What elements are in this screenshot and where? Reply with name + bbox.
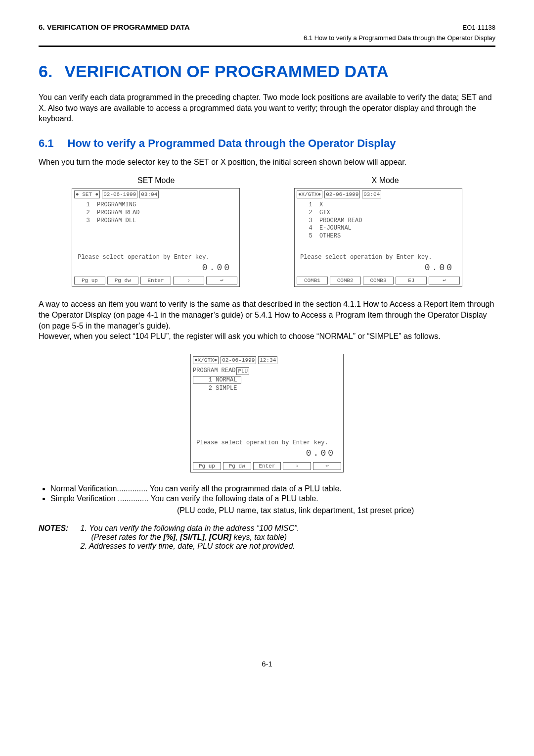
lcd-date: 02-06-1999	[221, 356, 256, 364]
lcd-menu-item-normal: 1 NORMAL	[193, 376, 241, 384]
lcd-panel-x-mode: ●X/GTX● 02-06-1999 03:04 1 X 2 GTX 3 PRO…	[294, 188, 462, 287]
chapter-title-text: VERIFICATION OF PROGRAMMED DATA	[64, 62, 388, 81]
notes-label: NOTES:	[39, 524, 68, 533]
notes-line-2: (Preset rates for the [%], [SI/TL], [CUR…	[80, 533, 299, 542]
lcd-time: 03:04	[362, 190, 381, 198]
bullet-dots: ..............	[118, 494, 148, 503]
section-title-text: How to verify a Programmed Data through …	[68, 137, 396, 149]
lcd-menu: 1 X 2 GTX 3 PROGRAM READ 4 E-JOURNAL 5 O…	[297, 201, 460, 251]
mid-paragraph-1: A way to access an item you want to veri…	[39, 299, 495, 331]
chapter-number: 6.	[39, 62, 52, 81]
lcd-key-return: ↩	[206, 277, 237, 284]
lcd-key-return: ↩	[429, 277, 460, 284]
verification-bullets: Normal Verification.............. You ca…	[39, 484, 495, 503]
lcd-key-comb1: COMB1	[297, 277, 328, 284]
lcd-mode-badge: ●X/GTX●	[297, 190, 322, 198]
bullet-simple-subline: (PLU code, PLU name, tax status, link de…	[39, 506, 495, 515]
mid-paragraph-2: However, when you select “104 PLU”, the …	[39, 331, 495, 342]
notes-line-3: 2. Addresses to verify time, date, PLU s…	[80, 542, 299, 551]
lcd-subtitle-box: PLU	[236, 367, 249, 375]
lcd-key-enter: Enter	[140, 277, 172, 284]
bullet-simple-text: You can verify the following data of a P…	[150, 494, 318, 503]
lcd-key-pgup: Pg up	[193, 462, 221, 470]
bullet-simple: Simple Verification .............. You c…	[50, 494, 495, 503]
lcd-key-enter: Enter	[253, 462, 281, 470]
lcd-message: Please select operation by Enter key.	[297, 254, 460, 261]
lcd-mode-badge: ● SET ●	[74, 190, 100, 198]
lcd-key-comb3: COMB3	[363, 277, 394, 284]
lcd-key-next: ›	[283, 462, 311, 470]
lcd-subtitle: PROGRAM READ	[193, 367, 235, 375]
lcd-date: 02-06-1999	[102, 190, 137, 198]
lcd-amount: 0.00	[193, 448, 341, 458]
bullet-dots: ..............	[117, 484, 147, 493]
lcd-message: Please select operation by Enter key.	[193, 439, 341, 446]
lcd-amount: 0.00	[74, 263, 237, 273]
lcd-key-next: ›	[173, 277, 204, 284]
set-mode-label: SET Mode	[39, 176, 298, 185]
lcd-menu-item-simple: 2 SIMPLE	[193, 385, 341, 392]
lcd-panel-plu: ●X/GTX● 02-06-1999 12:34 PROGRAM READ PL…	[190, 354, 344, 472]
intro-paragraph: You can verify each data programmed in t…	[39, 92, 495, 124]
lcd-message: Please select operation by Enter key.	[74, 254, 237, 261]
notes-block: NOTES: 1. You can verify the following d…	[39, 524, 495, 551]
lcd-panel-set-mode: ● SET ● 02-06-1999 03:04 1 PROGRAMMING 2…	[72, 188, 240, 287]
lcd-time: 12:34	[258, 356, 277, 364]
lcd-menu: 1 PROGRAMMING 2 PROGRAM READ 3 PROGRAM D…	[74, 201, 237, 251]
bullet-normal-text: You can verify all the programmed data o…	[150, 484, 342, 493]
bullet-normal-label: Normal Verification	[50, 484, 117, 493]
lcd-key-pgdw: Pg dw	[223, 462, 251, 470]
doc-code: EO1-11138	[463, 24, 496, 31]
lcd-time: 03:04	[139, 190, 159, 198]
header-subtitle: 6.1 How to verify a Programmed Data thro…	[39, 34, 495, 42]
header-rule	[39, 46, 495, 47]
notes-line-1: 1. You can verify the following data in …	[80, 524, 299, 533]
lcd-mode-badge: ●X/GTX●	[193, 356, 219, 364]
lcd-key-return: ↩	[313, 462, 341, 470]
lcd-key-comb2: COMB2	[330, 277, 361, 284]
lcd-date: 02-06-1999	[324, 190, 360, 198]
lcd-key-pgup: Pg up	[74, 277, 105, 284]
section-intro: When you turn the mode selector key to t…	[39, 157, 495, 168]
x-mode-label: X Mode	[298, 176, 495, 185]
section-6-1-title: 6.1How to verify a Programmed Data throu…	[39, 137, 495, 150]
lcd-key-pgdw: Pg dw	[107, 277, 138, 284]
bullet-simple-label: Simple Verification	[50, 494, 116, 503]
lcd-amount: 0.00	[297, 263, 460, 273]
chapter-title: 6.VERIFICATION OF PROGRAMMED DATA	[39, 62, 495, 81]
lcd-key-ej: EJ	[396, 277, 427, 284]
bullet-normal: Normal Verification.............. You ca…	[50, 484, 495, 493]
page-number: 6-1	[39, 660, 495, 668]
section-number: 6.1	[39, 137, 54, 149]
header-section-label: 6. VERIFICATION OF PROGRAMMED DATA	[39, 23, 190, 31]
